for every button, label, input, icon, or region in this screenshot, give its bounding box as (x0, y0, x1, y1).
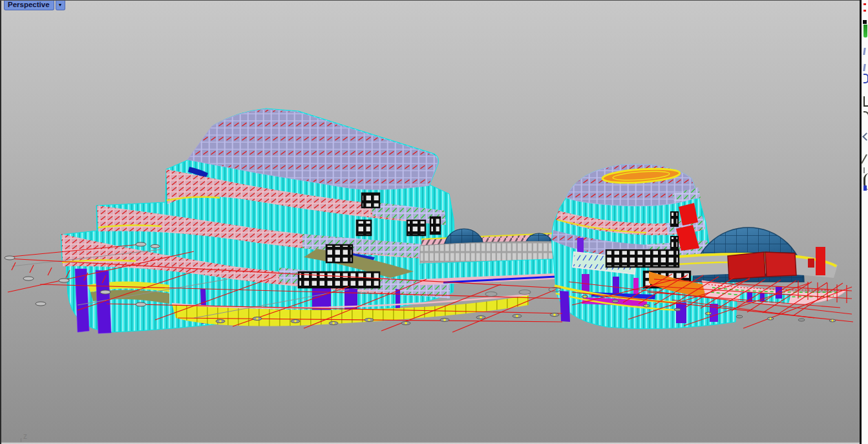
nib-curve-tool-icon[interactable] (863, 111, 868, 128)
deck-red-fin[interactable] (816, 247, 825, 275)
viewport-dropdown-button[interactable]: ▼ (56, 0, 65, 10)
viewport-title-tab[interactable]: Perspective ▼ (4, 0, 65, 10)
viewport-top-border (0, 0, 860, 1)
cad-viewport-screenshot: Perspective ▼ z (0, 0, 868, 444)
deck-red-box-1[interactable] (728, 252, 765, 279)
diagonal-pencil-tool-icon[interactable] (861, 154, 867, 164)
curve-blue-tool-icon[interactable] (863, 173, 868, 190)
viewport-title[interactable]: Perspective (4, 0, 54, 10)
blue-dash-tool-icon-1[interactable] (863, 48, 866, 55)
green-pen-tool-icon[interactable] (863, 21, 867, 37)
tick-tool-icon[interactable] (863, 167, 865, 173)
deck-red-box-2[interactable] (765, 252, 796, 277)
3d-model-canvas[interactable] (0, 0, 868, 444)
viewport-left-border (0, 0, 1, 444)
blue-dash-tool-icon-2[interactable] (863, 64, 866, 71)
corner-axis-tool-icon[interactable] (863, 96, 868, 107)
side-toolbar-fragment (862, 0, 868, 444)
red-dotted-tool-icon[interactable] (863, 3, 866, 5)
z-axis-label: z (23, 432, 27, 441)
blue-squiggle-tool-icon[interactable] (863, 74, 868, 83)
chevron-down-icon: ▼ (58, 3, 63, 7)
chevron-left-tool-icon[interactable] (862, 132, 868, 141)
